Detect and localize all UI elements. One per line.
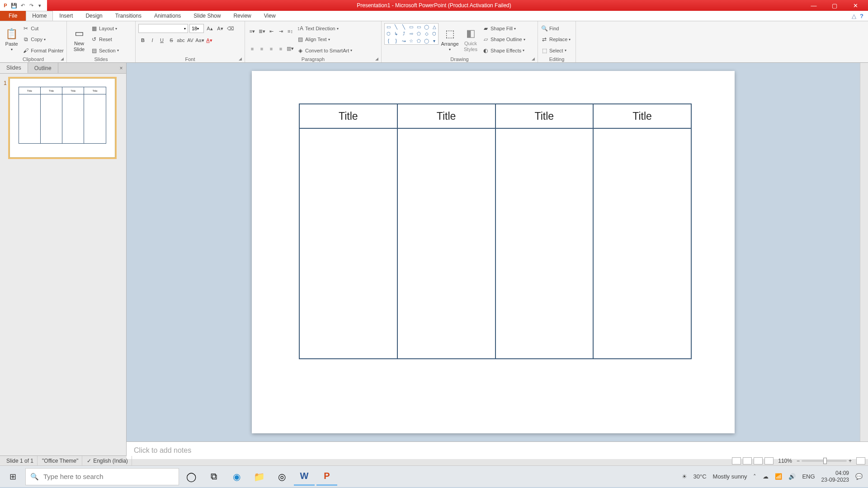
convert-smartart-button[interactable]: ◈Convert to SmartArt ▾ [297,46,352,56]
tab-insert[interactable]: Insert [53,11,79,21]
align-right-button[interactable]: ≡ [267,44,276,53]
shrink-font-button[interactable]: A▾ [216,24,225,33]
slides-tab[interactable]: Slides [0,63,28,73]
char-spacing-button[interactable]: AV [186,36,195,45]
edge-icon[interactable]: ◉ [226,468,247,486]
file-explorer-icon[interactable]: 📁 [249,468,269,486]
minimize-ribbon-icon[interactable]: △ [852,13,856,19]
notifications-icon[interactable]: 💬 [855,473,863,480]
shape-outline-button[interactable]: ▱Shape Outline ▾ [482,34,525,44]
new-slide-button[interactable]: ▭ New Slide [70,23,89,56]
slide-sorter-button[interactable] [743,457,752,465]
close-panel-button[interactable]: × [116,63,126,73]
zoom-in-button[interactable]: + [849,458,852,464]
font-size-combo[interactable]: 18▾ [189,24,204,33]
table-header[interactable]: Title [398,104,495,129]
font-launcher-icon[interactable]: ◢ [239,56,242,61]
tab-transitions[interactable]: Transitions [109,11,148,21]
reading-view-button[interactable] [754,457,763,465]
strikethrough-button[interactable]: S [167,36,176,45]
undo-icon[interactable]: ↶ [19,2,26,9]
maximize-button[interactable]: ▢ [825,0,844,10]
weather-temp[interactable]: 30°C [693,473,707,480]
slide-thumbnail-1[interactable]: 1 Title Title Title Title [4,78,123,158]
redo-icon[interactable]: ↷ [28,2,35,9]
quick-styles-button[interactable]: ◧ Quick Styles [461,23,480,56]
table-header[interactable]: Title [594,104,691,129]
slide-table[interactable]: Title Title Title Title [299,103,692,359]
decrease-indent-button[interactable]: ⇤ [267,27,276,36]
help-icon[interactable]: ? [860,13,863,19]
increase-indent-button[interactable]: ⇥ [276,27,285,36]
slide-show-button[interactable] [764,457,774,465]
volume-icon[interactable]: 🔊 [788,473,796,480]
arrange-button[interactable]: ⬚ Arrange▾ [440,23,459,56]
clock[interactable]: 04:09 23-09-2023 [821,470,849,483]
layout-button[interactable]: ▦Layout ▾ [90,23,119,33]
clipboard-launcher-icon[interactable]: ◢ [61,56,64,61]
paragraph-launcher-icon[interactable]: ◢ [375,56,378,61]
slide[interactable]: Title Title Title Title [252,71,735,433]
outline-tab[interactable]: Outline [28,63,58,73]
section-button[interactable]: ▤Section ▾ [90,46,119,56]
tab-slide-show[interactable]: Slide Show [187,11,227,21]
close-button[interactable]: ✕ [845,0,865,10]
taskbar-search[interactable]: 🔍 Type here to search [25,468,179,485]
grow-font-button[interactable]: A▴ [205,24,214,33]
wifi-icon[interactable]: 📶 [775,473,782,480]
text-direction-button[interactable]: ↕AText Direction ▾ [297,23,352,33]
tab-file[interactable]: File [0,11,26,21]
task-view-icon[interactable]: ⧉ [203,468,224,486]
paste-button[interactable]: 📋 Paste ▾ [3,23,20,56]
shape-fill-button[interactable]: ▰Shape Fill ▾ [482,23,525,33]
copy-button[interactable]: ⧉Copy ▾ [22,34,64,44]
justify-button[interactable]: ≡ [276,44,285,53]
normal-view-button[interactable] [732,457,741,465]
text-shadow-button[interactable]: abc [176,36,185,45]
table-header[interactable]: Title [300,104,397,129]
font-name-combo[interactable]: ▾ [138,24,188,33]
status-language[interactable]: ✓English (India) [83,456,132,465]
language-icon[interactable]: ENG [802,473,815,480]
minimize-button[interactable]: — [804,0,824,10]
find-button[interactable]: 🔍Find [541,23,571,33]
qat-customize-icon[interactable]: ▾ [36,2,43,9]
font-color-button[interactable]: A▾ [205,36,214,45]
tab-design[interactable]: Design [79,11,108,21]
table-header[interactable]: Title [496,104,593,129]
columns-button[interactable]: ▥▾ [286,44,295,53]
vertical-scrollbar[interactable] [860,63,868,441]
bullets-button[interactable]: ≡▾ [248,27,257,36]
notes-pane[interactable]: Click to add notes [127,441,868,459]
fit-to-window-button[interactable] [856,457,865,465]
shape-effects-button[interactable]: ◐Shape Effects ▾ [482,46,525,56]
format-painter-button[interactable]: 🖌Format Painter [22,46,64,56]
tab-home[interactable]: Home [26,11,53,21]
zoom-slider[interactable] [802,460,847,462]
clear-formatting-button[interactable]: ⌫ [226,24,235,33]
tab-animations[interactable]: Animations [148,11,187,21]
tray-chevron-icon[interactable]: ˄ [753,473,756,480]
replace-button[interactable]: ⇄Replace ▾ [541,34,571,44]
tab-review[interactable]: Review [227,11,257,21]
cortana-icon[interactable]: ◯ [181,468,202,486]
chrome-icon[interactable]: ◎ [271,468,292,486]
underline-button[interactable]: U [157,36,166,45]
align-text-button[interactable]: ▤Align Text ▾ [297,34,352,44]
weather-text[interactable]: Mostly sunny [713,473,747,480]
word-icon[interactable]: W [294,468,315,486]
onedrive-icon[interactable]: ☁ [763,473,769,480]
reset-button[interactable]: ↺Reset [90,34,119,44]
bold-button[interactable]: B [138,36,147,45]
select-button[interactable]: ⬚Select ▾ [541,46,571,56]
save-icon[interactable]: 💾 [10,2,18,9]
line-spacing-button[interactable]: ≡↕ [286,27,295,36]
zoom-out-button[interactable]: − [797,458,800,464]
tab-view[interactable]: View [258,11,282,21]
weather-icon[interactable]: ☀ [682,473,687,480]
shapes-gallery[interactable]: ▭╲╲▭▭◯△ ⬡↳⤴⇨⬠◇⬡ {}↝☆⬠◯▾ [384,23,439,45]
start-button[interactable]: ⊞ [2,468,24,486]
change-case-button[interactable]: Aa▾ [195,36,204,45]
numbering-button[interactable]: ≣▾ [257,27,266,36]
cut-button[interactable]: ✂Cut [22,23,64,33]
